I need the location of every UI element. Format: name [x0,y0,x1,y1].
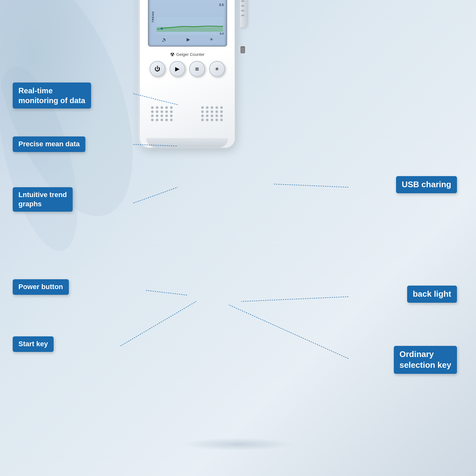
backlight-button[interactable]: ✳ [209,61,225,77]
label-start-key: Start key [13,336,54,352]
usb-charging-text: USB charing [402,180,451,189]
speaker-right [201,106,223,129]
svg-line-8 [146,290,187,295]
label-real-time: Real-time monitoring of data [13,83,91,109]
avg-reading: 00.13 γ μSv/h [158,0,217,2]
side-grip [240,0,247,27]
play-screen-icon: ▶ [187,37,190,42]
avg-value: 00.13 [158,0,203,3]
geiger-label: ☢ Geiger Counter [170,51,205,57]
start-button[interactable]: ▶ [169,61,185,77]
device-bottom [146,138,228,148]
svg-line-11 [241,297,348,301]
label-intuitive-trend: Lntuitive trend graphs [13,187,73,212]
svg-line-9 [121,301,196,346]
menu-icon: ⊞ [195,66,199,71]
buttons-row: ⏻ ▶ ⊞ ✳ [149,61,225,77]
power-icon: ⏻ [155,66,160,72]
usb-port [241,46,245,53]
scale-00: 0.0 [220,32,224,35]
speaker-left [151,106,173,129]
intuitive-trend-text: Lntuitive trend graphs [18,191,67,208]
power-button[interactable]: ⏻ [149,61,165,77]
sun-screen-icon: ☀ [209,37,214,42]
screen-icons: 🔊 ▶ ☀ [152,37,223,42]
start-icon: ▶ [175,65,180,72]
backlight-icon: ✳ [215,66,219,72]
label-precise-mean: Precise mean data [13,136,85,152]
real-time-text: Real-time monitoring of data [18,86,85,105]
label-usb-charging: USB charing [396,176,457,193]
precise-mean-text: Precise mean data [18,140,80,148]
trend-label: TREND [151,11,155,23]
menu-button[interactable]: ⊞ [189,61,205,77]
start-key-text: Start key [18,340,48,348]
svg-line-12 [228,305,348,359]
power-button-text: Power button [18,283,63,291]
svg-line-7 [133,187,178,203]
speaker-screen-icon: 🔊 [162,37,167,42]
scale-05: 0.5 [219,3,224,7]
svg-point-4 [161,28,163,30]
geiger-text: Geiger Counter [176,52,205,57]
label-ordinary-selection: Ordinary selection key [394,346,457,374]
device-body: REAL 00.17 γ μSv/h AVG 00.13 γ μSv/h [140,0,235,148]
label-back-light: back light [407,286,457,303]
svg-line-10 [273,184,348,187]
back-light-text: back light [413,289,451,299]
ordinary-selection-text: Ordinary selection key [400,349,451,370]
label-power-button: Power button [13,279,69,295]
device-screen: REAL 00.17 γ μSv/h AVG 00.13 γ μSv/h [148,0,227,47]
svg-rect-3 [157,27,223,32]
radiation-icon: ☢ [170,51,175,57]
trend-graph [157,17,223,35]
